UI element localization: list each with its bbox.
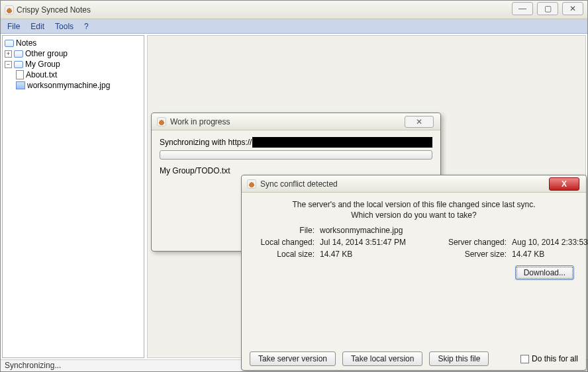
label-server-size: Server size: [439, 250, 512, 259]
dialog-button-row: Take server version Take local version S… [242, 346, 586, 371]
close-button[interactable]: ✕ [562, 2, 583, 15]
sidebar-tree[interactable]: Notes + Other group − My Group About.txt… [2, 35, 144, 358]
dialog-titlebar: Work in progress ✕ [152, 113, 440, 130]
tree-label: My Group [25, 60, 60, 69]
folder-icon [14, 50, 23, 58]
tree-label: worksonmymachine.jpg [27, 81, 110, 90]
app-title: Crispy Synced Notes [17, 5, 91, 15]
folder-icon [5, 40, 14, 47]
menubar: File Edit Tools ? [1, 19, 587, 34]
app-icon [5, 5, 14, 15]
dialog-titlebar: Sync conflict detected X [242, 175, 586, 193]
dialog-body: The server's and the local version of th… [242, 193, 586, 346]
sync-prefix: Synchronizing with https:// [160, 138, 252, 147]
status-text: Synchronizing... [5, 361, 61, 370]
tree-item-other-group[interactable]: + Other group [5, 48, 142, 59]
folder-icon [14, 61, 23, 68]
label-local-size: Local size: [254, 250, 320, 259]
tree-label: Other group [25, 49, 68, 58]
maximize-button[interactable]: ▢ [537, 2, 558, 15]
tree-item-worksonmymachine[interactable]: worksonmymachine.jpg [5, 80, 142, 91]
conflict-dialog: Sync conflict detected X The server's an… [241, 175, 587, 371]
current-item: My Group/TODO.txt [160, 166, 432, 175]
tree-label: About.txt [26, 70, 57, 79]
value-local-changed: Jul 14, 2014 3:51:47 PM [320, 238, 439, 247]
dialog-close-button[interactable]: X [549, 177, 579, 191]
sync-url-row: Synchronizing with https:// [160, 137, 432, 148]
menu-tools[interactable]: Tools [51, 21, 77, 32]
dialog-title: Work in progress [170, 117, 401, 126]
value-local-size: 14.47 KB [320, 250, 439, 259]
tree-root[interactable]: Notes [5, 38, 142, 48]
tree-item-my-group[interactable]: − My Group [5, 59, 142, 70]
titlebar: Crispy Synced Notes — ▢ ✕ [1, 1, 587, 19]
progress-bar [160, 150, 432, 160]
do-for-all-checkbox[interactable] [520, 355, 529, 363]
menu-edit[interactable]: Edit [26, 21, 48, 32]
minimize-button[interactable]: — [512, 2, 533, 15]
window-controls: — ▢ ✕ [512, 2, 583, 15]
java-icon [247, 179, 256, 189]
do-for-all-label[interactable]: Do this for all [520, 354, 578, 363]
label-file: File: [254, 226, 320, 235]
conflict-details-grid: File: worksonmymachine.jpg Local changed… [254, 226, 574, 259]
expander-icon[interactable]: + [5, 50, 12, 58]
dialog-close-button[interactable]: ✕ [405, 116, 434, 128]
dialog-title: Sync conflict detected [260, 179, 545, 189]
value-server-changed: Aug 10, 2014 2:33:53 PM [512, 238, 588, 247]
value-file: worksonmymachine.jpg [320, 226, 439, 235]
tree-label: Notes [16, 38, 36, 48]
menu-file[interactable]: File [3, 21, 24, 32]
java-icon [157, 117, 166, 126]
menu-help[interactable]: ? [80, 21, 93, 32]
expander-icon[interactable]: − [5, 61, 12, 68]
tree-item-about[interactable]: About.txt [5, 70, 142, 80]
message-line-1: The server's and the local version of th… [292, 200, 535, 209]
document-icon [16, 70, 24, 79]
skip-file-button[interactable]: Skip this file [429, 351, 489, 366]
do-for-all-text: Do this for all [532, 354, 578, 363]
label-local-changed: Local changed: [254, 238, 320, 247]
take-local-button[interactable]: Take local version [342, 351, 422, 366]
message-line-2: Which version do you want to take? [351, 210, 476, 220]
value-server-size: 14.47 KB [512, 250, 588, 259]
take-server-button[interactable]: Take server version [250, 351, 336, 366]
redacted-url [252, 137, 432, 148]
label-server-changed: Server changed: [439, 238, 512, 247]
conflict-message: The server's and the local version of th… [254, 199, 574, 220]
download-button[interactable]: Download... [515, 265, 574, 280]
image-icon [16, 81, 25, 89]
